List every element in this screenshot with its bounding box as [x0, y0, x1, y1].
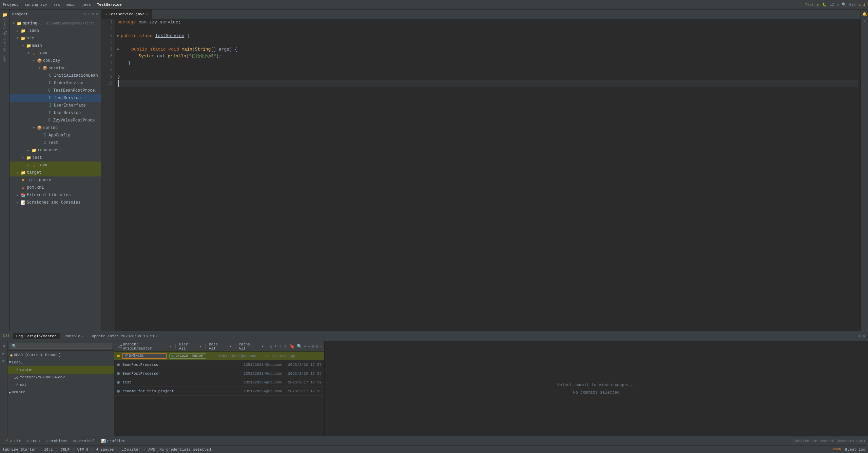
service-package[interactable]: ▼ 📦 service: [9, 64, 101, 72]
tabnine-status[interactable]: tabnine Starter: [3, 448, 36, 452]
update-tab[interactable]: Update Info: 2023/6/30 16:21 ✕: [89, 333, 161, 339]
git-tool-item[interactable]: ⎇ ✓ Git: [3, 438, 22, 444]
commit-row-4[interactable]: test 1351228334@qq.com 2023/2/17 17:59: [114, 378, 324, 387]
zzy-value-pp-item[interactable]: C ZzyValuePostProcessor: [9, 117, 101, 124]
scratches-item[interactable]: ▶ 📝 Scratches and Consoles: [9, 199, 101, 206]
crlf-status[interactable]: CRLF: [61, 448, 70, 452]
pull-icon[interactable]: ⟳: [284, 344, 287, 349]
settings-panel-icon[interactable]: ⚙: [92, 12, 94, 17]
commit-search-input[interactable]: [122, 353, 167, 359]
profiler-tool-item[interactable]: 📊 Profiler: [100, 438, 127, 444]
user-interface-item[interactable]: I UserInterface: [9, 102, 101, 109]
structure-icon[interactable]: Structure: [1, 37, 9, 45]
testservice-tab[interactable]: ☕ TestService.java ✕: [101, 10, 152, 19]
idea-folder[interactable]: ▶ 📁 .idea: [9, 27, 101, 35]
test-bean-pp-item[interactable]: C TestBeanPostProcessor: [9, 87, 101, 94]
com-zzy-package[interactable]: ▼ 📦 com.zzy: [9, 57, 101, 64]
appconfig-label: AppConfig: [49, 133, 71, 138]
gitignore-item[interactable]: ⚑ .gitignore: [9, 176, 101, 184]
git-expand-icon[interactable]: ⊞: [1, 358, 7, 364]
target-folder[interactable]: ▶ 📁 target: [9, 169, 101, 176]
settings-icon-top[interactable]: ⚙: [837, 2, 839, 7]
git-search-input[interactable]: [9, 343, 112, 349]
remote-section[interactable]: ▶ Remote: [7, 389, 114, 396]
tab-close-btn[interactable]: ✕: [146, 12, 148, 16]
sync-icon[interactable]: ↻: [84, 12, 86, 17]
branch-selector[interactable]: ⎇ Branch: origin/master ▾: [116, 342, 173, 351]
uat-branch[interactable]: ⎇ uat: [7, 381, 114, 389]
event-log-btn[interactable]: Event Log: [845, 448, 865, 452]
log-tab[interactable]: Log: origin/master: [13, 333, 60, 339]
redo-icon[interactable]: ↪: [308, 344, 310, 349]
git-nav-prev[interactable]: ◀: [1, 343, 7, 349]
git-nav-next[interactable]: ▶: [1, 350, 7, 356]
spring-package[interactable]: ▼ 📦 spring: [9, 124, 101, 132]
main-folder[interactable]: ▼ 📁 main: [9, 42, 101, 50]
todo-tool-item[interactable]: ☑ TODO: [26, 438, 41, 444]
indent-status[interactable]: 4 spaces: [96, 448, 114, 452]
head-branch[interactable]: ◉ HEAD (Current Branch): [7, 351, 114, 359]
power-icon[interactable]: ⚡: [862, 18, 868, 24]
appconfig-item[interactable]: C AppConfig: [9, 132, 101, 139]
test-java-folder[interactable]: ▶ ☕ java: [9, 162, 101, 169]
src-folder[interactable]: ▼ 📂 src: [9, 35, 101, 42]
date-selector[interactable]: Date: All ▾: [208, 342, 233, 351]
more-icon[interactable]: ⋯: [320, 344, 322, 349]
commit-icon[interactable]: Commit: [1, 20, 9, 28]
tree-root[interactable]: ▼ 📁 spring-zzy D:\work\workspace2\spring…: [9, 20, 101, 27]
master-branch[interactable]: ⎇ master: [7, 366, 114, 374]
user-selector[interactable]: User: All ▾: [178, 342, 203, 351]
code-line-10[interactable]: [117, 80, 858, 87]
notifications-icon[interactable]: 🔔: [862, 11, 868, 17]
console-tab[interactable]: Console ✕: [61, 333, 87, 339]
commit-search-wrapper[interactable]: [122, 353, 167, 359]
zzy-value-pp-label: ZzyValuePostProcessor: [53, 118, 98, 123]
user-service-item[interactable]: C UserService: [9, 109, 101, 117]
search-icon-top[interactable]: 🔍: [842, 2, 846, 7]
project-icon[interactable]: 📁: [1, 11, 9, 19]
run-icon-3[interactable]: ▶: [117, 33, 119, 39]
console-close[interactable]: ✕: [82, 334, 84, 338]
push-icon[interactable]: ⬆: [279, 344, 282, 349]
local-section[interactable]: ▼ Local: [7, 359, 114, 366]
test-service-item[interactable]: C TestService: [9, 94, 101, 102]
bookmark-icon[interactable]: 🔖: [289, 344, 295, 349]
external-libs-item[interactable]: ▶ 📚 External Libraries: [9, 191, 101, 199]
close-panel-icon[interactable]: ✕: [96, 12, 98, 17]
group-icon[interactable]: ⊞: [312, 344, 314, 349]
aws-icon[interactable]: AWS: [1, 55, 9, 63]
commit-row-3[interactable]: BeanPostProcessor 1351228334@qq.com 2023…: [114, 369, 324, 378]
resources-folder[interactable]: ▶ 📁 resources: [9, 147, 101, 154]
collapse-icon[interactable]: ⊟: [88, 12, 90, 17]
code-content[interactable]: package com.zzy.service; ▶ public class …: [115, 19, 861, 331]
git-tab-label[interactable]: Git: [3, 334, 10, 339]
play-icon[interactable]: ▶: [817, 2, 819, 7]
terminal-tool-item[interactable]: ⊡ Terminal: [72, 438, 96, 444]
pom-xml-item[interactable]: ⚙ pom.xml: [9, 184, 101, 191]
test-folder[interactable]: ▼ 📁 test: [9, 154, 101, 162]
feature-branch[interactable]: ⎇ feature-20230630-dev: [7, 374, 114, 381]
commit-row-5[interactable]: readme for this project 1351228334@qq.co…: [114, 387, 324, 396]
test-class-item[interactable]: C Test: [9, 139, 101, 147]
settings-bottom-icon[interactable]: ⚙: [859, 334, 861, 339]
filter-icon[interactable]: ⊟: [315, 344, 318, 349]
update-close[interactable]: ✕: [156, 334, 158, 338]
encoding-status[interactable]: UTF-8: [77, 448, 89, 452]
init-bean-item[interactable]: C InitializationBean: [9, 72, 101, 79]
run-icon-5[interactable]: ▶: [117, 46, 119, 53]
search-commits-icon[interactable]: 🔍: [297, 344, 302, 349]
run-label[interactable]: Test: [805, 3, 814, 7]
refresh-icon[interactable]: ↻: [269, 344, 272, 349]
fetch-icon[interactable]: ⬇: [274, 344, 277, 349]
undo-icon[interactable]: ↩: [304, 344, 306, 349]
close-bottom-icon[interactable]: ✕: [863, 334, 865, 339]
java-folder[interactable]: ▼ ☕ java: [9, 50, 101, 57]
order-service-item[interactable]: C OrderService: [9, 79, 101, 87]
git-icon-top[interactable]: ⎇: [830, 2, 834, 7]
paths-selector[interactable]: Paths: All ▾: [237, 342, 265, 351]
debug-icon[interactable]: 🐛: [822, 2, 827, 7]
problems-tool-item[interactable]: ⚠ Problems: [44, 438, 69, 444]
commit-row-1[interactable]: 🏷 origin | master 1351228334@qq.com 30 m…: [114, 352, 324, 360]
aws-status[interactable]: AWS: No credentials selected: [148, 448, 211, 452]
commit-row-2[interactable]: BeanPostProcessor 1351228334@qq.com 2023…: [114, 360, 324, 369]
